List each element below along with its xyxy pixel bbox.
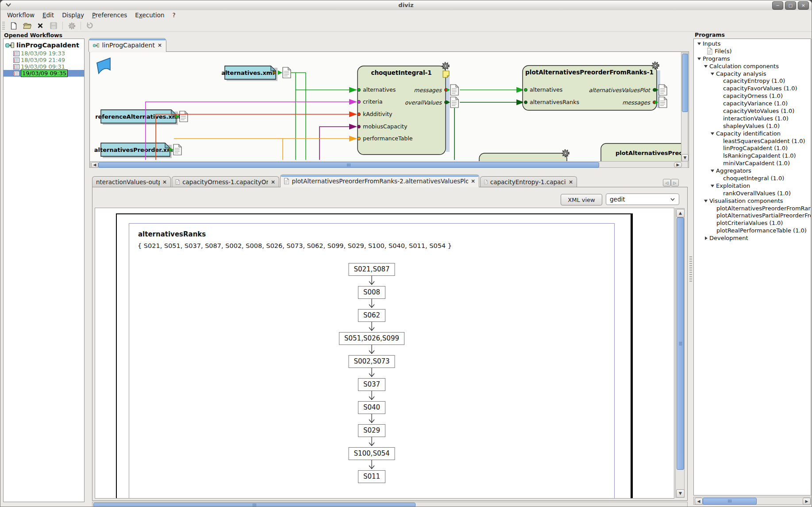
expander-icon[interactable] [709,130,716,137]
scrollbar-thumb[interactable] [677,217,684,470]
close-button[interactable]: ✕ [798,1,809,10]
programs-tree-item[interactable]: Exploitation [694,182,811,190]
input-port-performancetable[interactable] [358,137,361,140]
expander-icon[interactable] [709,182,716,189]
workflow-root-item[interactable]: linProgCapaIdent [4,39,84,50]
workflow-run-item[interactable]: 19/03/09 09:35 [4,70,84,77]
editor-select[interactable]: gedit [606,194,679,205]
programs-tree-item[interactable]: Capacity identification [694,130,811,137]
input-port-kadditivity[interactable] [358,113,361,116]
tab-scroll-right-icon[interactable]: ▷ [671,179,679,186]
workflow-diagram-canvas[interactable]: alternatives.xml referenceAlternatives.x… [90,52,681,161]
workflow-run-item[interactable]: 18/03/09 19:33 [4,50,84,57]
programs-tree-item[interactable]: capacityOrness (1.0) [694,92,811,100]
programs-tree-item[interactable]: Programs [694,55,811,62]
scrollbar-thumb[interactable] [682,54,688,112]
scroll-down-button[interactable]: ▼ [681,154,689,162]
close-tab-icon[interactable]: × [162,179,167,185]
xml-view-button[interactable]: XML view [561,194,602,205]
input-port-alternatives[interactable] [358,89,361,92]
programs-tree-item[interactable]: rankOverallValues (1.0) [694,190,811,197]
scroll-right-button[interactable]: ▶ [674,162,682,168]
expander-icon[interactable] [702,236,709,240]
tab-scroll-left-icon[interactable]: ◁ [663,179,671,186]
tab-capacityorness-output[interactable]: capacityOrness-1.capacityOrness-output × [172,176,279,187]
programs-tree-item[interactable]: Aggregators [694,167,811,174]
note-icon[interactable] [443,71,449,77]
expander-icon[interactable] [702,63,709,70]
settings-button[interactable] [66,21,77,31]
expander-icon[interactable] [709,167,716,174]
input-port-alternatives[interactable] [524,89,527,92]
programs-tree-item[interactable]: plotRealPerformanceTable (1.0) [694,227,811,234]
workflow-run-item[interactable]: 18/03/09 21:49 [4,57,84,63]
expander-icon[interactable] [696,55,703,62]
program-node-plotalternativespreorderfromranks-1[interactable]: plotAlternativesPreorderFromRanks-1 alte… [523,62,667,110]
programs-tree-item[interactable]: capacityEntropy (1.0) [694,77,811,85]
program-node-choquetintegral-1[interactable]: choquetIntegral-1 alternatives criteria … [358,63,459,155]
programs-tree-item[interactable]: capacityVetoValues (1.0) [694,107,811,115]
programs-tree-item[interactable]: plotCriteriaValues (1.0) [694,219,811,227]
scroll-left-button[interactable]: ◀ [91,162,98,168]
scroll-down-button[interactable]: ▼ [676,489,685,498]
tab-capacityentropy-output[interactable]: capacityEntropy-1.capacityEntropy-output… [480,176,577,187]
execute-button[interactable] [85,21,95,31]
output-vertical-scrollbar[interactable]: ▲ ▼ [675,208,685,498]
programs-tree-item[interactable]: capacityVariance (1.0) [694,100,811,107]
programs-tree-item[interactable]: plotAlternativesPartialPreorderFrom [694,212,811,219]
programs-horizontal-scrollbar[interactable]: ◀ ▶ [693,497,811,505]
plot-output-view[interactable]: alternativesRanks { S021, S051, S037, S0… [95,208,674,499]
programs-tree-item[interactable]: lsRankingCapaIdent (1.0) [694,152,811,159]
programs-tree-item[interactable]: Calculation components [694,62,811,70]
document-icon[interactable] [283,67,291,78]
programs-tree-item[interactable]: interactionValues (1.0) [694,115,811,122]
programs-tree-item[interactable]: capacityFavorValues (1.0) [694,85,811,92]
menu-preferences[interactable]: Preferences [88,11,131,19]
document-icon[interactable] [659,85,667,95]
menu-edit[interactable]: Edit [38,11,58,19]
menu-workflow[interactable]: Workflow [3,11,38,19]
file-node-referencealternatives-xml[interactable]: referenceAlternatives.xml [95,110,188,125]
scroll-right-button[interactable]: ▶ [803,498,811,505]
close-tab-icon[interactable]: × [271,179,275,185]
document-icon[interactable] [450,97,458,108]
scrollbar-thumb[interactable] [98,162,599,168]
maximize-button[interactable]: ▢ [785,1,796,10]
document-icon[interactable] [173,144,181,155]
menu-?[interactable]: ? [169,11,180,19]
input-port-alternativesranks[interactable] [524,101,527,104]
document-icon[interactable] [180,111,188,122]
programs-tree-item[interactable]: Visualisation components [694,197,811,205]
diagram-horizontal-scrollbar[interactable]: ◀ ▶ [90,161,688,168]
programs-tree-item[interactable]: shapleyValues (1.0) [694,122,811,130]
save-workflow-button[interactable] [48,21,59,31]
programs-tree-item[interactable]: Development [694,234,811,242]
programs-tree-item[interactable]: choquetIntegral (1.0) [694,174,811,182]
document-icon[interactable] [450,85,458,95]
close-tab-icon[interactable]: × [471,178,475,184]
programs-tree-item[interactable]: plotAlternativesPreorderFromRanks (1.0) [694,205,811,212]
expander-icon[interactable] [696,40,703,47]
scroll-left-button[interactable]: ◀ [695,498,703,505]
delete-workflow-button[interactable] [35,21,46,31]
programs-tree-item[interactable]: File(s) [694,47,811,55]
input-port-mobiuscapacity[interactable] [358,125,361,128]
scroll-up-button[interactable]: ▲ [676,209,685,217]
scrollbar-thumb[interactable] [93,503,416,507]
panel-splitter-handle[interactable] [689,256,692,283]
menu-display[interactable]: Display [58,11,88,19]
workflow-run-item[interactable]: 19/03/09 09:31 [4,63,84,70]
programs-tree-item[interactable]: miniVarCapaIdent (1.0) [694,159,811,167]
expander-icon[interactable] [702,197,709,204]
programs-tree-item[interactable]: Capacity analysis [694,70,811,77]
menu-execution[interactable]: Execution [131,11,168,19]
tab-workflow-linprogcapaident[interactable]: linProgCapaIdent × [89,38,166,52]
file-node-alternativespreorder-xml[interactable]: alternativesPreorder.xml [94,143,181,158]
close-tab-icon[interactable]: × [158,42,162,48]
input-port-criteria[interactable] [358,101,361,104]
program-node-plotalternativespreorde[interactable]: plotAlternativesPreorde [601,143,681,161]
programs-tree-item[interactable]: Inputs [694,40,811,47]
programs-tree-item[interactable]: linProgCapaIdent (1.0) [694,144,811,152]
output-horizontal-scrollbar[interactable] [92,502,688,507]
output-port[interactable] [273,71,276,74]
